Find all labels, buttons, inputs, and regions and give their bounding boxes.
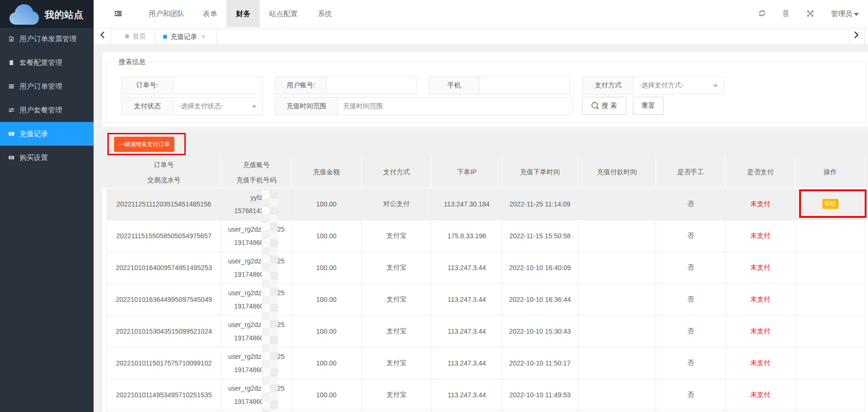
svg-text:0: 0	[11, 133, 12, 135]
svg-text:0: 0	[11, 157, 12, 159]
